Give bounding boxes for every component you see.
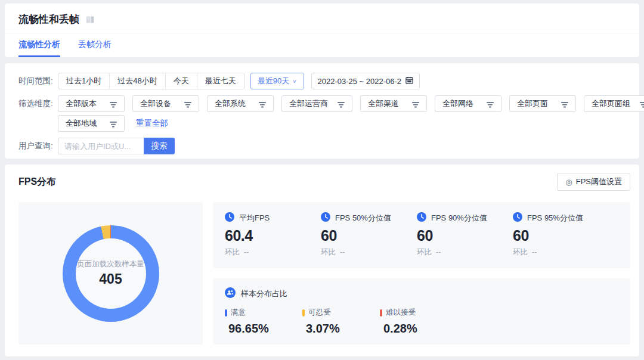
dimension-filter-label: 筛选维度: (18, 95, 58, 112)
filter-chip-page[interactable]: 全部页面 (509, 95, 576, 112)
tab-smoothness-analysis[interactable]: 流畅性分析 (18, 39, 60, 57)
filter-chip-version[interactable]: 全部版本 (58, 95, 125, 112)
donut-center-value: 405 (99, 271, 122, 287)
analysis-tabs: 流畅性分析 丢帧分析 (5, 33, 639, 57)
time-option-today[interactable]: 今天 (166, 73, 197, 89)
chip-label: 全部网络 (442, 98, 473, 109)
stat-fps-p90: FPS 90%分位值 60 环比-- (417, 212, 513, 268)
chip-label: 全部运营商 (289, 98, 328, 109)
stat-value: 60 (321, 227, 417, 244)
header-card: 流畅性和丢帧 流畅性分析 丢帧分析 (5, 4, 639, 57)
filter-lines-icon (110, 120, 117, 126)
user-id-input[interactable] (58, 138, 144, 154)
filter-chip-device[interactable]: 全部设备 (132, 95, 199, 112)
filter-lines-icon (640, 101, 644, 107)
sample-distribution-panel: 样本分布占比 满意 96.65% 可忍受 3.07% 难以接受 0.28% (213, 278, 630, 345)
legend-marker-blue (225, 309, 227, 316)
filter-chip-network[interactable]: 全部网络 (435, 95, 501, 112)
ring-ratio-label: 环比 (225, 248, 240, 256)
ring-ratio-value: -- (244, 248, 249, 256)
sample-item-tolerable: 可忍受 3.07% (302, 308, 380, 336)
time-range-group: 过去1小时 过去48小时 今天 最近七天 (58, 73, 244, 89)
stat-value: 60 (513, 227, 609, 244)
chip-label: 全部版本 (66, 98, 97, 109)
time-option-last-48h[interactable]: 过去48小时 (110, 73, 165, 89)
stat-sub: 环比-- (321, 247, 417, 257)
header-title-row: 流畅性和丢帧 (5, 4, 639, 33)
threshold-target-icon: ◎ (565, 178, 572, 186)
sample-distribution-title: 样本分布占比 (241, 288, 287, 299)
fps-sample-donut-chart[interactable]: 页面加载次数样本量 405 (63, 225, 159, 322)
ring-ratio-label: 环比 (417, 248, 432, 256)
filter-chip-carrier[interactable]: 全部运营商 (281, 95, 352, 112)
sample-item-label: 难以接受 (386, 308, 416, 318)
stat-label: FPS 50%分位值 (335, 213, 391, 224)
dimension-chips-row-1: 全部版本 全部设备 全部系统 全部运营商 全部渠道 全部网络 全部页面 全部页面… (58, 95, 644, 112)
reset-all-link[interactable]: 重置全部 (136, 115, 168, 132)
filter-chip-page-group[interactable]: 全部页面组 (584, 95, 644, 112)
sample-item-satisfied: 满意 96.65% (225, 308, 302, 336)
filter-lines-icon (184, 101, 191, 107)
calendar-icon (405, 76, 413, 86)
filter-lines-icon (110, 101, 117, 107)
time-option-last-7d[interactable]: 最近七天 (197, 73, 244, 89)
sample-item-label: 满意 (231, 308, 246, 318)
sample-item-unacceptable: 难以接受 0.28% (380, 308, 457, 336)
filter-chip-region[interactable]: 全部地域 (58, 115, 125, 132)
stat-value: 60.4 (225, 227, 321, 244)
stat-sub: 环比-- (225, 247, 321, 257)
chip-label: 全部系统 (215, 98, 246, 109)
filter-lines-icon (487, 101, 494, 107)
fps-stats-panel: 平均FPS 60.4 环比-- FPS 50%分位值 60 环比-- FPS 9… (213, 202, 630, 268)
search-button[interactable]: 搜索 (144, 138, 175, 154)
user-query-group: 搜索 (58, 138, 175, 154)
filters-card: 时间范围: 过去1小时 过去48小时 今天 最近七天 最近90天 ∨ 2022-… (5, 63, 639, 159)
ring-ratio-value: -- (340, 248, 345, 256)
date-range-picker[interactable]: 2022-03-25 ~ 2022-06-2 (311, 73, 420, 89)
stat-sub: 环比-- (513, 247, 609, 257)
chip-label: 全部地域 (66, 118, 97, 129)
filter-lines-icon (412, 101, 419, 107)
fps-title-row: FPS分布 ◎ FPS阈值设置 (18, 173, 630, 191)
donut-center: 页面加载次数样本量 405 (76, 238, 146, 309)
dimension-chips-row-2: 全部地域 重置全部 (58, 115, 644, 132)
chip-label: 全部页面 (517, 98, 548, 109)
dimension-filter-row: 筛选维度: 全部版本 全部设备 全部系统 全部运营商 全部渠道 全部网络 全部页… (18, 95, 626, 132)
time-range-row: 时间范围: 过去1小时 过去48小时 今天 最近七天 最近90天 ∨ 2022-… (18, 73, 626, 89)
legend-marker-red (380, 309, 382, 316)
filter-chip-system[interactable]: 全部系统 (207, 95, 274, 112)
legend-marker-orange (302, 309, 305, 316)
stat-fps-p50: FPS 50%分位值 60 环比-- (321, 212, 417, 268)
ring-ratio-value: -- (436, 248, 441, 256)
page-title: 流畅性和丢帧 (18, 13, 79, 26)
tab-frame-drop-analysis[interactable]: 丢帧分析 (78, 39, 112, 57)
clock-icon (225, 212, 234, 224)
fps-body: 页面加载次数样本量 405 平均FPS 60.4 环比-- FPS 50%分位值… (18, 202, 630, 345)
stat-value: 60 (417, 227, 513, 244)
clock-icon (417, 212, 426, 224)
users-icon (225, 287, 236, 300)
stat-label: 平均FPS (239, 213, 270, 224)
stat-label: FPS 90%分位值 (431, 213, 487, 224)
ring-ratio-label: 环比 (321, 248, 336, 256)
fps-threshold-settings-button[interactable]: ◎ FPS阈值设置 (557, 173, 630, 191)
docs-book-icon[interactable] (85, 15, 95, 24)
date-range-value: 2022-03-25 ~ 2022-06-2 (318, 77, 402, 86)
user-query-label: 用户查询: (18, 138, 58, 154)
chip-label: 全部页面组 (592, 98, 630, 109)
ring-ratio-label: 环比 (513, 248, 528, 256)
stat-label: FPS 95%分位值 (527, 213, 583, 224)
stat-sub: 环比-- (417, 247, 513, 257)
clock-icon (513, 212, 522, 224)
sample-donut-panel: 页面加载次数样本量 405 (18, 202, 203, 345)
filter-chip-channel[interactable]: 全部渠道 (360, 95, 427, 112)
sample-item-value: 3.07% (306, 322, 380, 336)
filter-lines-icon (259, 101, 266, 107)
fps-right-column: 平均FPS 60.4 环比-- FPS 50%分位值 60 环比-- FPS 9… (213, 202, 630, 345)
time-option-last-1h[interactable]: 过去1小时 (58, 73, 110, 89)
sample-item-label: 可忍受 (308, 308, 331, 318)
user-query-row: 用户查询: 搜索 (18, 138, 626, 154)
chevron-down-icon: ∨ (292, 79, 296, 84)
time-option-last-90d-dropdown[interactable]: 最近90天 ∨ (250, 73, 304, 89)
sample-item-value: 96.65% (228, 322, 302, 336)
